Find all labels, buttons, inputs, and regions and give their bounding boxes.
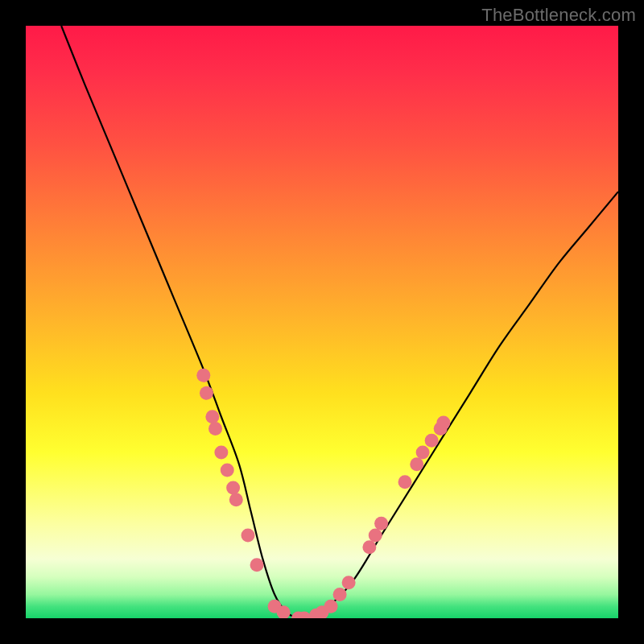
data-point	[436, 416, 450, 430]
data-point	[226, 481, 240, 495]
data-point	[221, 464, 234, 477]
data-point	[208, 422, 222, 436]
bottleneck-curve	[61, 26, 618, 618]
data-point	[342, 576, 356, 589]
data-point	[425, 434, 439, 448]
data-point	[250, 558, 264, 572]
plot-area	[26, 26, 618, 618]
data-point	[369, 528, 382, 542]
data-point	[410, 457, 423, 471]
outer-frame: TheBottleneck.com	[0, 0, 644, 644]
data-point	[416, 445, 430, 459]
data-point	[374, 517, 388, 530]
data-point	[362, 540, 376, 554]
data-point	[196, 369, 210, 382]
data-point	[333, 588, 347, 601]
data-point	[205, 410, 219, 423]
curve-layer	[26, 26, 618, 618]
data-point	[200, 386, 213, 400]
data-point	[324, 600, 338, 613]
watermark-text: TheBottleneck.com	[481, 5, 636, 26]
data-point	[214, 445, 228, 459]
data-point	[242, 528, 255, 542]
data-markers	[196, 369, 450, 618]
data-point	[398, 475, 412, 489]
data-point	[229, 493, 243, 506]
